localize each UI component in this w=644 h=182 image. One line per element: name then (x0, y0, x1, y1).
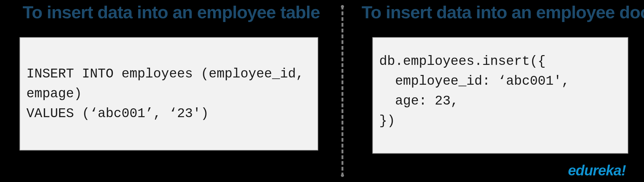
code-box-sql: INSERT INTO employees (employee_id, empa… (19, 37, 318, 151)
heading-left: To insert data into an employee table (23, 2, 320, 22)
heading-right: To insert data into an employee document (362, 2, 644, 22)
code-sql: INSERT INTO employees (employee_id, empa… (26, 64, 304, 124)
code-box-mongo: db.employees.insert({ employee_id: ‘abc0… (372, 37, 628, 154)
slide: To insert data into an employee table To… (0, 0, 644, 182)
vertical-divider (341, 6, 343, 176)
code-mongo: db.employees.insert({ employee_id: ‘abc0… (379, 52, 569, 131)
brand-logo: edureka! (568, 162, 626, 179)
